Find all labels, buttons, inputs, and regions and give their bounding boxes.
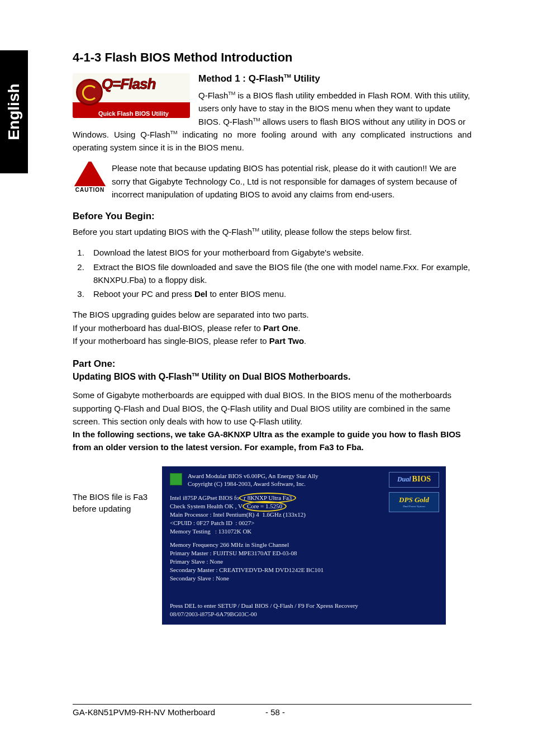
bios-post-screen: DualBIOS DPS Gold Dual Power System Awar… xyxy=(162,466,446,625)
method1-paragraph-cont: Windows. Using Q-FlashTM indicating no m… xyxy=(73,128,472,154)
bios-info-block2: Memory Frequency 266 MHz in Single Chann… xyxy=(170,541,438,582)
before-steps-list: Download the latest BIOS for your mother… xyxy=(73,246,472,300)
section-title: 4-1-3 Flash BIOS Method Introduction xyxy=(73,50,472,65)
bios-callout-text: The BIOS file is Fa3 before updating xyxy=(73,466,156,514)
qflash-logo-subtitle: Quick Flash BIOS Utility xyxy=(98,110,169,117)
guides-line2: If your motherboard has dual-BIOS, pleas… xyxy=(73,322,472,334)
bios-figure: The BIOS file is Fa3 before updating Dua… xyxy=(73,466,472,625)
bios-badges: DualBIOS DPS Gold Dual Power System xyxy=(389,472,439,512)
dps-gold-badge: DPS Gold Dual Power System xyxy=(389,492,439,512)
caution-icon: ! CAUTION xyxy=(73,162,107,193)
part-one-paragraph: Some of Gigabyte motherboards are equipp… xyxy=(73,389,472,428)
qflash-refresh-icon xyxy=(76,79,103,106)
caution-text: Please note that because updating BIOS h… xyxy=(73,162,472,201)
footer-model: GA-K8N51PVM9-RH-NV Motherboard xyxy=(73,707,215,717)
before-heading: Before You Begin: xyxy=(73,211,472,222)
footer-page-number: - 58 - xyxy=(265,707,285,717)
list-item: Extract the BIOS file downloaded and sav… xyxy=(87,261,472,287)
document-page: English 4-1-3 Flash BIOS Method Introduc… xyxy=(0,0,533,756)
bios-footer-block: Press DEL to enter SETUP / Dual BIOS / Q… xyxy=(170,602,438,618)
list-item: Reboot your PC and press Del to enter BI… xyxy=(87,287,472,300)
language-label: English xyxy=(5,83,23,140)
part-one-subheading: Updating BIOS with Q-FlashTM Utility on … xyxy=(73,372,472,382)
before-intro: Before you start updating BIOS with the … xyxy=(73,225,472,238)
chip-icon xyxy=(170,473,182,485)
warning-triangle-icon: ! xyxy=(77,162,103,185)
list-item: Download the latest BIOS for your mother… xyxy=(87,246,472,259)
qflash-logo: Q=Flash Quick Flash BIOS Utility xyxy=(73,73,190,118)
caution-label: CAUTION xyxy=(73,187,107,193)
part-one-heading: Part One: xyxy=(73,358,472,370)
qflash-logo-text: Q=Flash xyxy=(102,75,155,93)
guides-line3: If your motherboard has single-BIOS, ple… xyxy=(73,334,472,347)
caution-block: ! CAUTION Please note that because updat… xyxy=(73,162,472,201)
guides-line1: The BIOS upgrading guides below are sepa… xyxy=(73,308,472,321)
page-footer: GA-K8N51PVM9-RH-NV Motherboard - 58 - xyxy=(73,704,472,717)
qflash-intro-row: Q=Flash Quick Flash BIOS Utility Method … xyxy=(73,73,472,128)
part-one-bold-note: In the following sections, we take GA-8K… xyxy=(73,428,472,454)
dual-bios-badge: DualBIOS xyxy=(389,472,439,488)
language-tab: English xyxy=(0,50,28,173)
